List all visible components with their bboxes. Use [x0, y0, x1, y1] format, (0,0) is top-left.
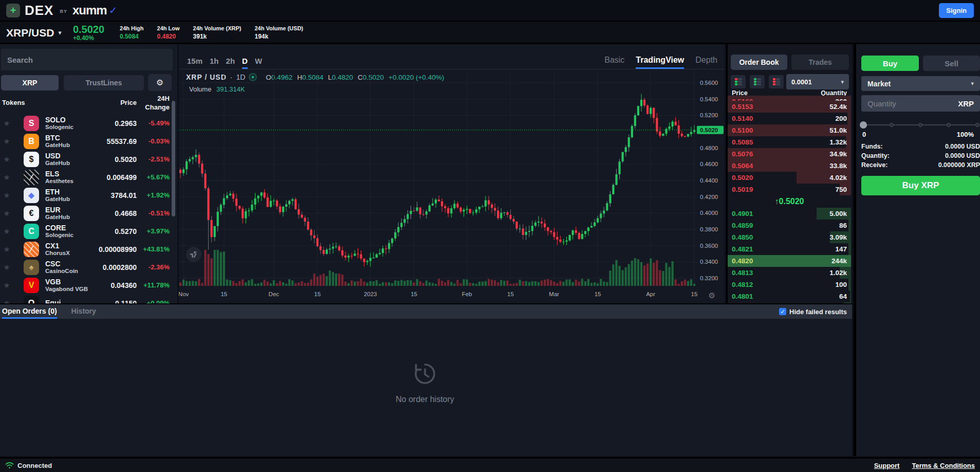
token-icon: B [24, 134, 39, 149]
token-symbol: EUR [45, 206, 70, 214]
star-icon[interactable]: ★ [0, 191, 13, 200]
timeframe-W[interactable]: W [255, 57, 262, 69]
order-price: 0.4850 [732, 233, 753, 241]
star-icon[interactable]: ★ [0, 209, 13, 218]
view-tab-tradingview[interactable]: TradingView [636, 56, 684, 69]
slider-dot-0pct[interactable] [860, 121, 867, 129]
bid-row[interactable]: 244k0.4820 [728, 255, 851, 267]
star-icon[interactable]: ★ [0, 245, 13, 254]
slider-dot-50pct[interactable] [918, 123, 922, 127]
token-row[interactable]: ★◆ETHGateHub3784.01+1.92% [0, 186, 174, 204]
ask-row[interactable]: 33.8k0.5064 [728, 160, 851, 172]
token-row[interactable]: ★BBTCGateHub55537.69-0.03% [0, 132, 174, 150]
chevron-down-icon: ▾ [841, 79, 844, 85]
bid-row[interactable]: 640.4801 [728, 291, 851, 302]
status-label: Connected [17, 462, 52, 469]
order-quantity: 750 [835, 184, 847, 195]
svg-text:0.3600: 0.3600 [700, 243, 718, 249]
token-name: USDGateHub [45, 152, 70, 166]
ask-row[interactable]: 34.9k0.5076 [728, 148, 851, 160]
tab-trades[interactable]: Trades [791, 55, 849, 70]
token-row[interactable]: ★CCORESologenic0.5270+3.97% [0, 222, 174, 240]
star-icon[interactable]: ★ [0, 263, 13, 272]
order-history-area: No order history [0, 319, 852, 456]
token-row[interactable]: ★€EURGateHub0.4668-0.51% [0, 204, 174, 222]
star-icon[interactable]: ★ [0, 155, 13, 164]
token-issuer: Sologenic [45, 232, 73, 238]
search-input[interactable] [1, 49, 173, 70]
tab-trustlines[interactable]: TrustLines [64, 75, 144, 90]
buy-tab[interactable]: Buy [861, 56, 919, 71]
ask-row[interactable]: 2000.5140 [728, 113, 851, 124]
star-icon[interactable]: ★ [0, 281, 13, 290]
hide-failed-toggle[interactable]: ✓ Hide failed results [779, 308, 850, 316]
timeframe-2h[interactable]: 2h [226, 57, 235, 69]
book-both-icon[interactable] [731, 75, 746, 88]
token-row[interactable]: ★⁄CX1ChorusX0.00008990+43.81% [0, 240, 174, 258]
pair-selector[interactable]: XRP/USD ▾ [6, 27, 62, 39]
amount-slider[interactable] [863, 121, 978, 129]
sell-tab[interactable]: Sell [923, 56, 980, 71]
view-tab-depth[interactable]: Depth [695, 56, 717, 69]
token-icon: Ω [24, 296, 39, 304]
token-row[interactable]: ★VVGBVagabond VGB0.04360+11.78% [0, 276, 174, 294]
token-24h-change: -0.03% [149, 137, 170, 145]
slider-dot-100pct[interactable] [975, 123, 979, 127]
book-bids-icon[interactable] [750, 75, 765, 88]
token-row[interactable]: ★♠CSCCasinoCoin0.0002800-2.36% [0, 258, 174, 276]
book-asks-icon[interactable] [769, 75, 784, 88]
order-type-select[interactable]: Market ▾ [861, 76, 980, 91]
svg-text:0.4000: 0.4000 [700, 210, 718, 216]
view-tab-basic[interactable]: Basic [604, 56, 624, 69]
ask-row[interactable]: 52.4k0.5153 [728, 101, 851, 113]
bid-row[interactable]: 860.4859 [728, 220, 851, 231]
chart-settings-gear-icon[interactable]: ⚙ [709, 291, 715, 300]
top-header: + DEX BY xumm ✓ Signin [0, 0, 980, 22]
star-icon[interactable]: ★ [0, 227, 13, 236]
quantity-input[interactable] [867, 99, 958, 108]
star-icon[interactable]: ★ [0, 119, 13, 128]
tab-order-book[interactable]: Order Book [731, 55, 787, 70]
ask-row[interactable]: 1.32k0.5085 [728, 136, 851, 148]
sidebar-scrollbar[interactable] [172, 101, 175, 216]
token-icon: ∕ [24, 170, 39, 185]
star-icon[interactable]: ★ [0, 137, 13, 146]
svg-text:Apr: Apr [646, 291, 655, 297]
bid-row[interactable]: 5.00k0.4901 [728, 208, 851, 220]
tab-history[interactable]: History [71, 304, 96, 319]
tab-open-orders[interactable]: Open Orders (0) [2, 304, 57, 319]
signin-button[interactable]: Signin [939, 3, 974, 18]
bid-row[interactable]: 1470.4821 [728, 243, 851, 255]
token-row[interactable]: ★ΩEqui0.1150+0.09% [0, 294, 174, 303]
token-row[interactable]: ★SSOLOSologenic0.2963-5.49% [0, 114, 174, 132]
last-price-block: 0.5020 +0.40% [73, 24, 104, 42]
buy-xrp-button[interactable]: Buy XRP [861, 176, 980, 195]
precision-select[interactable]: 0.0001 ▾ [786, 74, 849, 89]
timeframe-D[interactable]: D [242, 57, 248, 69]
order-quantity: 33.8k [829, 160, 847, 172]
sidebar-gear-button[interactable]: ⚙ [148, 74, 172, 91]
bid-row[interactable]: 1000.4812 [728, 279, 851, 291]
token-row[interactable]: ★$USDGateHub0.5020-2.51% [0, 150, 174, 168]
tab-xrp[interactable]: XRP [1, 75, 59, 90]
slider-dot-75pct[interactable] [947, 123, 951, 127]
token-icon: $ [24, 152, 39, 167]
footer-link-terms-conditions[interactable]: Terms & Conditions [912, 462, 975, 469]
depth-bar [848, 220, 851, 231]
ask-row[interactable]: 51.0k0.5100 [728, 124, 851, 136]
timeframe-15m[interactable]: 15m [187, 57, 202, 69]
footer-link-support[interactable]: Support [874, 462, 900, 469]
star-icon[interactable]: ★ [0, 173, 13, 182]
candlestick-chart[interactable]: 0.56000.54000.52000.48000.46000.44000.42… [179, 70, 725, 303]
timeframe-1h[interactable]: 1h [210, 57, 219, 69]
ask-row[interactable]: 7500.5019 [728, 184, 851, 195]
ask-row[interactable]: 4.02k0.5020 [728, 172, 851, 184]
bid-row[interactable]: 1.02k0.4813 [728, 267, 851, 279]
star-icon[interactable]: ★ [0, 299, 13, 304]
token-row[interactable]: ★∕ELSAesthetes0.006499+5.67% [0, 168, 174, 186]
token-price: 0.1150 [115, 299, 137, 304]
bid-row[interactable]: 3.09k0.4850 [728, 231, 851, 243]
slider-dot-25pct[interactable] [890, 123, 894, 127]
ask-row[interactable]: 2600.5160 [728, 96, 851, 101]
order-quantity: 5.00k [829, 208, 847, 220]
